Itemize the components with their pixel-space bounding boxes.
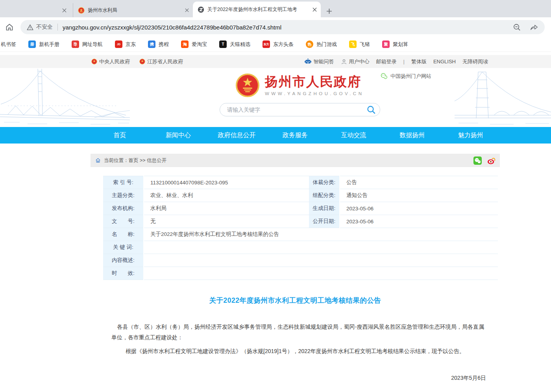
main-content: 当前位置：首页 >> 信息公开 索 引 号: 11321000014407098…: [91, 154, 500, 392]
link-central-government[interactable]: 中央人民政府: [91, 58, 130, 65]
gov-emblem-icon: [78, 7, 85, 14]
bookmark-item[interactable]: 机书签: [1, 41, 16, 48]
share-wechat-icon[interactable]: [473, 156, 482, 165]
share-weibo-icon[interactable]: [487, 156, 496, 165]
smart-qa-link[interactable]: 智能问答: [304, 58, 334, 65]
nav-interaction[interactable]: 互动交流: [324, 127, 383, 144]
tab-title: 扬州市水利局: [88, 7, 185, 14]
bookmark-item[interactable]: 淘爱淘宝: [181, 40, 207, 48]
url-field[interactable]: 不安全 yangzhou.gov.cn/yzszxxgk/slj/202305/…: [20, 20, 545, 34]
banner-art-bridge-left: [0, 68, 130, 127]
table-row: 关 键 词:: [103, 241, 498, 254]
site-banner: 扬州市人民政府 WWW.YANGZHOU.GOV.CN 中国扬州门户网站: [0, 68, 551, 127]
divider: |: [403, 59, 405, 64]
close-icon[interactable]: [185, 8, 189, 12]
home-icon[interactable]: [5, 22, 14, 32]
table-row: 发布机构: 水利局 生成日期: 2023-05-06: [103, 202, 498, 215]
table-row: 时 效:: [103, 267, 498, 280]
table-row: 主题分类: 农业、林业、水利 组配分类: 通知公告: [103, 189, 498, 202]
site-name: 扬州市人民政府: [265, 75, 364, 89]
zoom-out-icon[interactable]: [513, 23, 521, 31]
nav-gov-info-disclosure[interactable]: 政府信息公开: [207, 127, 266, 144]
accessibility-link[interactable]: 无障碍阅读: [462, 58, 488, 65]
bookmark-item[interactable]: 热热门游戏: [306, 40, 337, 48]
new-tab-button[interactable]: [326, 8, 332, 14]
article-paragraph: 根据《扬州市水利工程文明工地建设管理办法》（扬水规[2019]1号），2022年…: [111, 346, 484, 357]
toutiao-icon: 东方: [263, 40, 270, 48]
site-favicon-icon: [198, 6, 204, 13]
not-secure-label[interactable]: 不安全: [36, 24, 53, 31]
user-icon: [341, 59, 347, 65]
share-icon[interactable]: [530, 23, 538, 31]
link-jiangsu-government[interactable]: 江苏省人民政府: [139, 58, 183, 65]
nav-gov-services[interactable]: 政务服务: [266, 127, 325, 144]
tmall-icon: T: [219, 40, 227, 48]
site-utility-bar: 中央人民政府 江苏省人民政府 智能问答 用户中心 邮箱登录: [0, 55, 551, 68]
document-meta-table: 索 引 号: 11321000014407098E-2023-095 体裁分类:…: [103, 176, 498, 280]
close-icon[interactable]: [312, 7, 317, 12]
fliggy-icon: 飞: [349, 40, 357, 48]
search-input[interactable]: [227, 107, 366, 113]
main-navigation: 首页 新闻中心 政府信息公开 政务服务 互动交流 数据扬州 魅力扬州: [0, 127, 551, 144]
url-text[interactable]: yangzhou.gov.cn/yzszxxgk/slj/202305/210c…: [63, 24, 505, 31]
address-bar: 不安全 yangzhou.gov.cn/yzszxxgk/slj/202305/…: [0, 17, 551, 37]
bookmark-item[interactable]: 飞飞猪: [349, 40, 370, 48]
mail-login-link[interactable]: 邮箱登录: [376, 58, 397, 65]
table-row: 名 称: 关于2022年度扬州市水利工程文明工地考核结果的公告: [103, 228, 498, 241]
tab-yangzhou-water-bureau[interactable]: 扬州市水利局: [73, 3, 193, 17]
taobao-icon: 淘: [181, 40, 189, 48]
robot-icon: [304, 58, 312, 65]
table-row: 索 引 号: 11321000014407098E-2023-095 体裁分类:…: [103, 176, 498, 189]
bookmarks-bar: 机书签 册新机手册 导网址导航 JD京东 携携程 淘爱淘宝 T天猫精选 东方东方…: [0, 37, 551, 52]
site-url-caption: WWW.YANGZHOU.GOV.CN: [265, 91, 364, 96]
traditional-version-link[interactable]: 繁体版: [411, 58, 427, 65]
search-icon[interactable]: [366, 105, 376, 114]
nav-news-center[interactable]: 新闻中心: [149, 127, 208, 144]
tab-partial[interactable]: [0, 3, 73, 17]
gov-emblem-icon: [91, 59, 97, 64]
divider: [57, 24, 58, 31]
bookmark-item[interactable]: 东方东方头条: [263, 40, 294, 48]
browser-tab-bar: 扬州市水利局 关于2022年度扬州市水利工程文明工地考: [0, 0, 551, 17]
english-version-link[interactable]: ENGLISH: [433, 59, 456, 64]
wechat-icon: [380, 72, 388, 80]
bookmark-item[interactable]: T天猫精选: [219, 40, 250, 48]
bookmark-item[interactable]: 导网址导航: [72, 40, 103, 48]
gov-emblem-icon: [139, 59, 145, 64]
juhuasuan-icon: 聚: [382, 40, 390, 48]
user-center-link[interactable]: 用户中心: [341, 58, 370, 65]
close-icon[interactable]: [62, 8, 67, 13]
banner-art-bridge-right: [455, 68, 551, 127]
site-logo[interactable]: 扬州市人民政府 WWW.YANGZHOU.GOV.CN: [235, 73, 364, 98]
table-row: 内容概述:: [103, 254, 498, 267]
breadcrumb-text[interactable]: 当前位置：首页 >> 信息公开: [104, 157, 166, 164]
tab-active-announcement[interactable]: 关于2022年度扬州市水利工程文明工地考: [193, 2, 321, 17]
site-search: [220, 103, 380, 116]
article-paragraph: 各县（市、区）水利（务）局，扬州经济开发区城乡事务管理局，生态科技新城规划建设局…: [111, 322, 484, 343]
bookmark-item[interactable]: 聚聚划算: [382, 40, 408, 48]
nav-data-yangzhou[interactable]: 数据扬州: [383, 127, 442, 144]
nav-charming-yangzhou[interactable]: 魅力扬州: [441, 127, 500, 144]
bookmark-item[interactable]: 携携程: [148, 40, 169, 48]
not-secure-warning-icon: [27, 24, 33, 31]
breadcrumb: 当前位置：首页 >> 信息公开: [91, 154, 500, 167]
article-title: 关于2022年度扬州市水利工程文明工地考核结果的公告: [91, 296, 500, 305]
bookmark-item[interactable]: 册新机手册: [28, 40, 59, 48]
national-emblem-icon: [235, 73, 260, 98]
jd-icon: JD: [115, 40, 122, 48]
nav-site-icon: 导: [72, 40, 79, 48]
ctrip-icon: 携: [148, 40, 155, 48]
table-row: 文 号: 无 公开日期: 2023-05-06: [103, 215, 498, 228]
article-date: 2023年5月6日: [91, 375, 486, 382]
manual-icon: 册: [28, 40, 36, 48]
tab-title: 关于2022年度扬州市水利工程文明工地考: [207, 6, 312, 13]
nav-home[interactable]: 首页: [91, 127, 149, 144]
games-icon: 热: [306, 40, 313, 48]
home-icon[interactable]: [95, 158, 101, 163]
portal-badge[interactable]: 中国扬州门户网站: [380, 72, 431, 80]
bookmark-item[interactable]: JD京东: [115, 40, 136, 48]
